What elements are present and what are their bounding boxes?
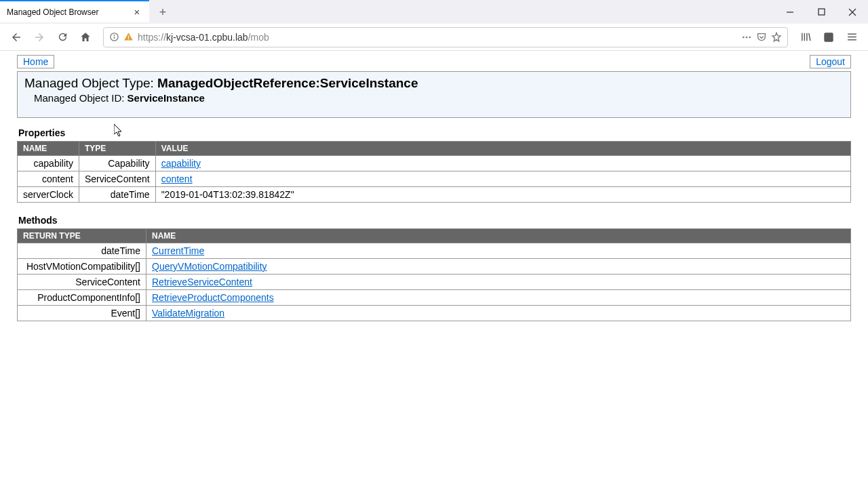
svg-rect-8 xyxy=(128,39,129,39)
top-links: Home Logout xyxy=(17,55,851,68)
method-return-type: ProductComponentInfo[] xyxy=(18,290,146,306)
method-return-type: ServiceContent xyxy=(18,274,146,290)
table-row: HostVMotionCompatibility[]QueryVMotionCo… xyxy=(18,259,851,274)
method-link[interactable]: ValidateMigration xyxy=(152,308,224,319)
prop-name: capability xyxy=(18,156,79,171)
svg-rect-16 xyxy=(825,33,833,41)
page-content: Home Logout Managed Object Type: Managed… xyxy=(0,51,868,321)
method-name-cell: QueryVMotionCompatibility xyxy=(146,259,851,274)
reload-button[interactable] xyxy=(52,26,73,48)
method-link[interactable]: RetrieveServiceContent xyxy=(152,277,252,287)
th-name: NAME xyxy=(18,142,79,156)
prop-value: content xyxy=(155,171,850,187)
prop-name: content xyxy=(18,171,79,187)
table-row: contentServiceContentcontent xyxy=(18,171,851,187)
home-button[interactable] xyxy=(75,26,96,48)
properties-table: NAME TYPE VALUE capabilityCapabilitycapa… xyxy=(17,141,851,203)
table-row: dateTimeCurrentTime xyxy=(18,243,851,259)
method-return-type: dateTime xyxy=(18,243,146,259)
table-row: capabilityCapabilitycapability xyxy=(18,156,851,171)
methods-table: RETURN TYPE NAME dateTimeCurrentTimeHost… xyxy=(17,228,851,321)
methods-title: Methods xyxy=(18,215,851,226)
browser-titlebar: Managed Object Browser × + xyxy=(0,0,868,24)
more-dots-icon[interactable] xyxy=(741,32,752,43)
address-bar[interactable]: https://kj-vcsa-01.cpbu.lab/mob xyxy=(103,27,788,47)
object-header: Managed Object Type: ManagedObjectRefere… xyxy=(17,71,851,118)
svg-rect-1 xyxy=(818,9,825,15)
prop-type: Capability xyxy=(79,156,155,171)
svg-point-11 xyxy=(749,36,751,38)
prop-link[interactable]: capability xyxy=(161,158,201,169)
svg-point-10 xyxy=(746,36,748,38)
svg-line-15 xyxy=(808,33,810,41)
table-row: ServiceContentRetrieveServiceContent xyxy=(18,274,851,290)
th-return-type: RETURN TYPE xyxy=(18,229,146,243)
method-link[interactable]: CurrentTime xyxy=(152,245,204,256)
new-tab-button[interactable]: + xyxy=(153,3,172,22)
back-button[interactable] xyxy=(5,26,27,48)
method-name-cell: RetrieveProductComponents xyxy=(146,290,851,306)
tab-title: Managed Object Browser xyxy=(7,7,132,17)
toolbar-right-icons xyxy=(795,26,863,48)
logout-link[interactable]: Logout xyxy=(816,56,845,67)
lock-warning-icon[interactable] xyxy=(123,32,134,42)
home-link[interactable]: Home xyxy=(23,56,48,67)
prop-type: dateTime xyxy=(79,187,155,203)
home-link-box: Home xyxy=(17,55,54,68)
method-name-cell: ValidateMigration xyxy=(146,306,851,321)
method-link[interactable]: RetrieveProductComponents xyxy=(152,292,274,303)
svg-rect-7 xyxy=(128,36,129,39)
browser-tab[interactable]: Managed Object Browser × xyxy=(0,0,149,22)
th-method-name: NAME xyxy=(146,229,851,243)
minimize-button[interactable] xyxy=(774,0,806,24)
table-row: serverClockdateTime"2019-01-04T13:02:39.… xyxy=(18,187,851,203)
maximize-button[interactable] xyxy=(806,0,837,24)
svg-point-9 xyxy=(743,36,745,38)
table-row: ProductComponentInfo[]RetrieveProductCom… xyxy=(18,290,851,306)
pocket-icon[interactable] xyxy=(756,32,767,43)
method-return-type: HostVMotionCompatibility[] xyxy=(18,259,146,274)
prop-value: "2019-01-04T13:02:39.81842Z" xyxy=(155,187,850,203)
object-type: Managed Object Type: ManagedObjectRefere… xyxy=(24,76,844,91)
svg-point-6 xyxy=(114,35,115,36)
prop-name: serverClock xyxy=(18,187,79,203)
close-tab-icon[interactable]: × xyxy=(132,7,142,18)
method-name-cell: RetrieveServiceContent xyxy=(146,274,851,290)
th-type: TYPE xyxy=(79,142,155,156)
method-return-type: Event[] xyxy=(18,306,146,321)
sidebar-icon[interactable] xyxy=(818,26,840,48)
library-icon[interactable] xyxy=(795,26,816,48)
close-window-button[interactable] xyxy=(837,0,868,24)
bookmark-star-icon[interactable] xyxy=(771,32,782,43)
method-link[interactable]: QueryVMotionCompatibility xyxy=(152,261,267,272)
hamburger-menu-icon[interactable] xyxy=(841,26,863,48)
prop-link[interactable]: content xyxy=(161,174,193,184)
prop-value: capability xyxy=(155,156,850,171)
th-value: VALUE xyxy=(155,142,850,156)
table-row: Event[]ValidateMigration xyxy=(18,306,851,321)
prop-type: ServiceContent xyxy=(79,171,155,187)
method-name-cell: CurrentTime xyxy=(146,243,851,259)
properties-title: Properties xyxy=(18,127,851,138)
window-controls xyxy=(774,0,868,24)
forward-button[interactable] xyxy=(28,26,50,48)
object-id: Managed Object ID: ServiceInstance xyxy=(24,92,844,104)
logout-link-box: Logout xyxy=(810,55,851,68)
info-icon[interactable] xyxy=(109,32,119,42)
browser-toolbar: https://kj-vcsa-01.cpbu.lab/mob xyxy=(0,24,868,51)
url-text[interactable]: https://kj-vcsa-01.cpbu.lab/mob xyxy=(138,32,737,43)
